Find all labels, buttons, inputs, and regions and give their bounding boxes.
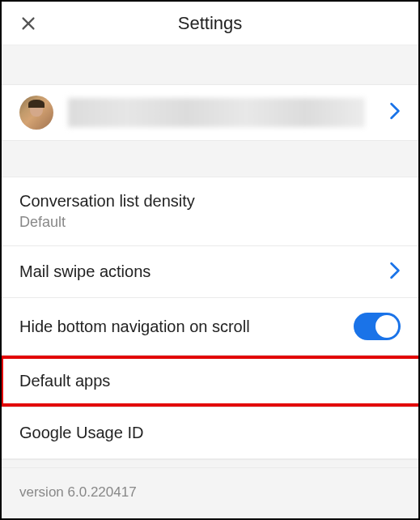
setting-label: Hide bottom navigation on scroll	[19, 318, 250, 336]
avatar	[19, 96, 53, 130]
setting-value: Default	[19, 214, 66, 231]
section-gap	[2, 459, 418, 467]
version-label: version 6.0.220417	[2, 467, 418, 517]
section-gap	[2, 45, 418, 84]
setting-google-usage-id[interactable]: Google Usage ID	[2, 407, 418, 459]
chevron-right-icon	[389, 102, 401, 123]
setting-conversation-density[interactable]: Conversation list density Default	[2, 177, 418, 246]
account-row[interactable]	[2, 84, 418, 141]
setting-label: Default apps	[19, 372, 110, 390]
chevron-right-icon	[389, 262, 401, 283]
setting-label: Google Usage ID	[19, 424, 143, 442]
toggle-switch[interactable]	[354, 313, 401, 340]
section-gap	[2, 141, 418, 177]
setting-default-apps[interactable]: Default apps	[2, 356, 418, 407]
setting-mail-swipe[interactable]: Mail swipe actions	[2, 246, 418, 298]
close-button[interactable]	[16, 11, 40, 36]
setting-hide-nav[interactable]: Hide bottom navigation on scroll	[2, 298, 418, 356]
setting-label: Conversation list density	[19, 192, 195, 211]
setting-label: Mail swipe actions	[19, 262, 151, 281]
close-icon	[19, 15, 37, 32]
account-name-redacted	[68, 98, 365, 127]
page-title: Settings	[2, 13, 418, 34]
